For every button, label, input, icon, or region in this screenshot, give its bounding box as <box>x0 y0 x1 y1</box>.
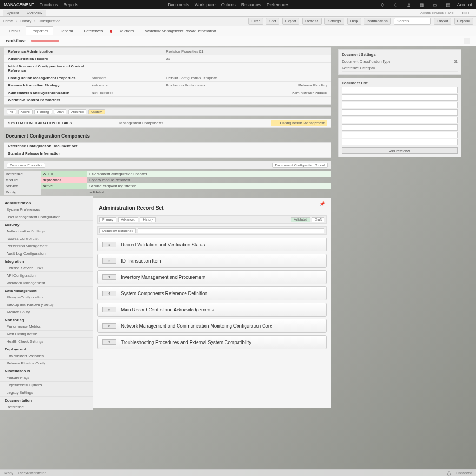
menu-reports[interactable]: Reports <box>64 2 79 7</box>
window-icon[interactable]: ▭ <box>431 1 438 8</box>
export-button[interactable]: Export <box>282 18 299 25</box>
sidelist-item[interactable]: Authentication Settings <box>0 228 93 235</box>
navtab-general[interactable]: General <box>54 26 78 35</box>
pin-icon[interactable]: 📌 <box>319 201 325 207</box>
navtab-references[interactable]: References <box>79 26 108 35</box>
summary-row[interactable]: Authorization and SynchronizationNot Req… <box>4 89 331 97</box>
refresh-button[interactable]: Refresh <box>302 18 322 25</box>
navtab-details[interactable]: Details <box>4 26 25 35</box>
filter-button[interactable]: Filter <box>248 18 263 25</box>
navtab-workflow[interactable]: Workflow Management Record Information <box>140 26 221 35</box>
breadcrumb-config[interactable]: Configuration <box>38 19 60 23</box>
doclist-input[interactable] <box>342 94 458 101</box>
accordion-item[interactable]: 7Troubleshooting Procedures and External… <box>97 335 327 349</box>
filter-chip[interactable]: Draft <box>54 109 66 114</box>
navtab-properties[interactable]: Properties <box>26 26 53 35</box>
section-tag: Configuration Management <box>271 120 327 126</box>
doclist-input[interactable] <box>342 117 458 123</box>
sidelist-item[interactable]: Feature Flags <box>0 374 93 382</box>
minimize-panel-button[interactable] <box>464 38 470 44</box>
modal-filter-input[interactable] <box>138 228 324 233</box>
settings-button[interactable]: Settings <box>324 18 344 25</box>
filter-chip[interactable]: Archived <box>68 109 86 114</box>
moon-icon[interactable]: ☾ <box>392 1 399 8</box>
modal-subtabs: Primary Advanced History Validated Draft <box>97 215 327 224</box>
menu-options[interactable]: Options <box>221 2 236 7</box>
droplet-icon <box>446 470 452 476</box>
menu-resources[interactable]: Resources <box>241 2 261 7</box>
summary-row[interactable]: Configuration Management PropertiesStand… <box>4 74 331 82</box>
summary-row[interactable]: Initial Document Configuration and Contr… <box>4 63 331 74</box>
subtab-history[interactable]: History <box>140 217 156 222</box>
user-icon[interactable]: ♙ <box>405 1 412 8</box>
filter-chip[interactable]: All <box>7 109 16 114</box>
component-row[interactable]: Reference Configuration Document Set <box>8 144 327 148</box>
layout-button[interactable]: Layout <box>434 18 451 25</box>
sidelist-item[interactable]: System Preferences <box>0 206 93 213</box>
sidelist-item[interactable]: Reference <box>0 403 93 410</box>
sidelist-item[interactable]: Permission Management <box>0 243 93 250</box>
sidelist-item[interactable]: User Management Configuration <box>0 213 93 221</box>
doclist-input[interactable] <box>342 102 458 108</box>
sidelist-item[interactable]: Archive Policy <box>0 309 93 316</box>
navtab-relations[interactable]: Relations <box>113 26 139 35</box>
help-button[interactable]: Help <box>347 18 361 25</box>
summary-row[interactable]: Workflow Control Parameters <box>4 97 331 104</box>
sync-icon[interactable]: ⟳ <box>379 1 386 8</box>
subtab-primary[interactable]: Primary <box>99 217 116 222</box>
sidelist-item[interactable]: API Configuration <box>0 272 93 279</box>
filter-chip[interactable]: Active <box>18 109 33 114</box>
accordion-item[interactable]: 2ID Transaction Item <box>97 254 327 268</box>
sidelist-item[interactable]: Legacy Settings <box>0 389 93 397</box>
menu-workspace[interactable]: Workspace <box>195 2 216 7</box>
tab-system[interactable]: System <box>3 10 23 16</box>
sidelist-item[interactable]: Webhook Management <box>0 279 93 287</box>
tabbar-hide-button[interactable]: Hide <box>458 11 473 15</box>
component-row[interactable]: Standard Release Information <box>8 152 327 156</box>
doclist-input[interactable] <box>342 87 458 93</box>
summary-row[interactable]: Administration Record01 <box>4 55 331 63</box>
menu-functions[interactable]: Functions <box>40 2 58 7</box>
search-input[interactable] <box>394 18 431 25</box>
menu-documents[interactable]: Documents <box>168 2 189 7</box>
sidelist-item[interactable]: Access Control List <box>0 235 93 243</box>
sidelist-item[interactable]: Backup and Recovery Setup <box>0 301 93 309</box>
sidelist-item[interactable]: External Service Links <box>0 264 93 272</box>
accordion-item[interactable]: 1Record Validation and Verification Stat… <box>97 238 327 251</box>
summary-row[interactable]: Release Information StrategyAutomaticPro… <box>4 82 331 89</box>
filter-chip[interactable]: Pending <box>34 109 52 114</box>
sidelist-item[interactable]: Audit Log Configuration <box>0 250 93 258</box>
sidelist-item[interactable]: Experimental Options <box>0 382 93 389</box>
doclist-input[interactable] <box>342 132 458 138</box>
panel-icon[interactable]: ▤ <box>444 1 451 8</box>
diff-header-right: Environment Configuration Record <box>272 163 328 168</box>
breadcrumb-library[interactable]: Library <box>20 19 31 23</box>
sidelist-item[interactable]: Storage Configuration <box>0 294 93 301</box>
sidelist-item[interactable]: Environment Variables <box>0 352 93 360</box>
doclist-input[interactable] <box>342 124 458 131</box>
doclist-input[interactable] <box>342 109 458 116</box>
subtab-advanced[interactable]: Advanced <box>118 217 138 222</box>
tab-overview[interactable]: Overview <box>23 10 46 16</box>
add-reference-button[interactable]: Add Reference <box>342 147 458 154</box>
account-label[interactable]: Account <box>457 2 472 7</box>
sidelist-item[interactable]: Alert Configuration <box>0 331 93 338</box>
menu-preferences[interactable]: Preferences <box>267 2 290 7</box>
doclist-input[interactable] <box>342 139 458 145</box>
sidelist-item[interactable]: Release Pipeline Config <box>0 360 93 367</box>
grid-icon[interactable]: ▦ <box>418 1 425 8</box>
diff-header-left: Component Properties <box>7 163 45 168</box>
notifications-button[interactable]: Notifications <box>364 18 391 25</box>
accordion-item[interactable]: 6Network Management and Communication Mo… <box>97 319 327 333</box>
breadcrumb-home[interactable]: Home <box>3 19 13 23</box>
chevron-right-icon: › <box>15 19 17 24</box>
filter-chip[interactable]: Custom <box>88 109 105 114</box>
sort-button[interactable]: Sort <box>266 18 279 25</box>
accordion-item[interactable]: 4System Components Reference Definition <box>97 286 327 300</box>
expand-button[interactable]: Expand <box>454 18 473 25</box>
related-docs-panel: Document Settings Document Classificatio… <box>338 49 461 75</box>
sidelist-item[interactable]: Health Check Settings <box>0 338 93 345</box>
accordion-item[interactable]: 3Inventory Management and Procurement <box>97 270 327 284</box>
accordion-item[interactable]: 5Main Record Control and Acknowledgement… <box>97 303 327 317</box>
sidelist-item[interactable]: Performance Metrics <box>0 323 93 331</box>
